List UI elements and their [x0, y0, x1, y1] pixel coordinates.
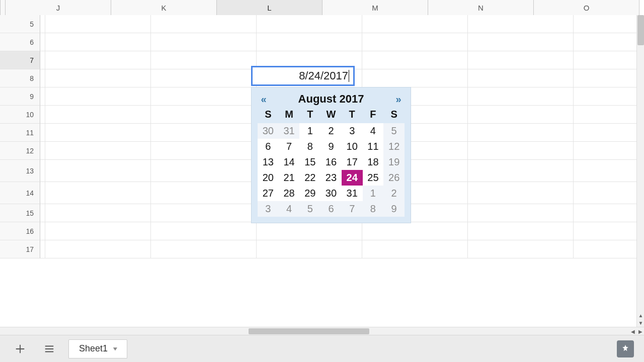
cell-J8[interactable] — [45, 69, 151, 87]
row-header-13[interactable]: 13 — [0, 160, 40, 182]
cell-J7[interactable] — [45, 51, 151, 69]
cell-L6[interactable] — [257, 33, 362, 51]
day-cell[interactable]: 28 — [279, 186, 300, 201]
day-cell[interactable]: 23 — [320, 170, 342, 186]
day-cell[interactable]: 9 — [320, 139, 342, 154]
day-cell[interactable]: 25 — [363, 170, 384, 186]
cell-K5[interactable] — [151, 15, 257, 33]
cell-partial[interactable] — [40, 182, 45, 204]
cell-partial[interactable] — [40, 222, 45, 240]
cell-N6[interactable] — [468, 33, 574, 51]
column-header-O[interactable]: O — [534, 0, 639, 15]
day-cell[interactable]: 3 — [342, 123, 363, 139]
add-sheet-button[interactable] — [10, 339, 30, 359]
sheet-tab-menu-icon[interactable]: ▼ — [112, 346, 119, 351]
day-cell[interactable]: 31 — [279, 123, 300, 139]
cell-N12[interactable] — [468, 142, 574, 160]
cell-partial[interactable] — [40, 15, 45, 33]
day-cell[interactable]: 1 — [299, 123, 320, 139]
row-header-11[interactable]: 11 — [0, 124, 40, 142]
row-header-16[interactable]: 16 — [0, 222, 40, 240]
cell-J14[interactable] — [45, 182, 151, 204]
scroll-left-icon[interactable]: ◀ — [629, 327, 636, 335]
vertical-scrollbar[interactable]: ▲ ▼ — [636, 15, 644, 327]
cell-J9[interactable] — [45, 87, 151, 106]
day-cell[interactable]: 13 — [258, 154, 279, 170]
day-cell[interactable]: 18 — [363, 154, 384, 170]
column-header-K[interactable]: K — [111, 0, 217, 15]
cell-L17[interactable] — [257, 240, 362, 258]
cell-K17[interactable] — [151, 240, 257, 258]
column-header-partial[interactable] — [1, 0, 6, 15]
sheet-tab[interactable]: Sheet1 ▼ — [68, 339, 127, 358]
cell-M8[interactable] — [362, 69, 468, 87]
day-cell[interactable]: 19 — [383, 154, 405, 170]
day-cell[interactable]: 14 — [279, 154, 300, 170]
cell-L5[interactable] — [257, 15, 362, 33]
cell-N11[interactable] — [468, 124, 574, 142]
prev-month-button[interactable]: « — [258, 94, 270, 105]
row-header-5[interactable]: 5 — [0, 15, 40, 33]
cell-O9[interactable] — [574, 87, 636, 106]
horizontal-scrollbar[interactable] — [0, 327, 636, 335]
day-cell[interactable]: 21 — [279, 170, 300, 186]
day-cell[interactable]: 6 — [258, 139, 279, 154]
day-cell[interactable]: 17 — [342, 154, 363, 170]
day-cell[interactable]: 11 — [363, 139, 384, 154]
day-cell[interactable]: 16 — [320, 154, 342, 170]
day-cell[interactable]: 4 — [363, 123, 384, 139]
cell-editor[interactable]: 8/24/2017 — [251, 66, 355, 86]
row-header-7[interactable]: 7 — [0, 51, 40, 69]
cell-O15[interactable] — [574, 204, 636, 222]
cell-J13[interactable] — [45, 160, 151, 182]
day-cell[interactable]: 7 — [279, 139, 300, 154]
cell-M5[interactable] — [362, 15, 468, 33]
day-cell[interactable]: 20 — [258, 170, 279, 186]
cell-M7[interactable] — [362, 51, 468, 69]
scroll-up-icon[interactable]: ▲ — [637, 312, 644, 319]
day-cell[interactable]: 27 — [258, 186, 279, 201]
all-sheets-button[interactable] — [39, 339, 59, 359]
day-cell[interactable]: 2 — [383, 186, 405, 201]
day-cell[interactable]: 6 — [320, 201, 342, 217]
day-cell[interactable]: 12 — [383, 139, 405, 154]
cell-partial[interactable] — [40, 240, 45, 258]
horizontal-scroll-thumb[interactable] — [249, 328, 369, 334]
day-cell[interactable]: 4 — [279, 201, 300, 217]
cell-J15[interactable] — [45, 204, 151, 222]
cell-O8[interactable] — [574, 69, 636, 87]
cell-K6[interactable] — [151, 33, 257, 51]
day-cell[interactable]: 29 — [299, 186, 320, 201]
cell-N13[interactable] — [468, 160, 574, 182]
cell-O11[interactable] — [574, 124, 636, 142]
day-cell[interactable]: 22 — [299, 170, 320, 186]
row-header-10[interactable]: 10 — [0, 106, 40, 124]
day-cell[interactable]: 26 — [383, 170, 405, 186]
cell-K14[interactable] — [151, 182, 257, 204]
day-cell[interactable]: 8 — [363, 201, 384, 217]
cell-O6[interactable] — [574, 33, 636, 51]
cell-M6[interactable] — [362, 33, 468, 51]
column-header-J[interactable]: J — [6, 0, 111, 15]
cell-partial[interactable] — [40, 124, 45, 142]
cell-K12[interactable] — [151, 142, 257, 160]
day-cell[interactable]: 5 — [383, 123, 405, 139]
cell-partial[interactable] — [40, 69, 45, 87]
cell-K11[interactable] — [151, 124, 257, 142]
row-header-17[interactable]: 17 — [0, 240, 40, 258]
row-header-12[interactable]: 12 — [0, 142, 40, 160]
cell-N8[interactable] — [468, 69, 574, 87]
cell-K8[interactable] — [151, 69, 257, 87]
day-cell[interactable]: 15 — [299, 154, 320, 170]
cell-partial[interactable] — [40, 142, 45, 160]
column-header-L[interactable]: L — [217, 0, 323, 15]
cell-M17[interactable] — [362, 240, 468, 258]
scroll-right-icon[interactable]: ▶ — [636, 327, 644, 335]
cell-K13[interactable] — [151, 160, 257, 182]
cell-M16[interactable] — [362, 222, 468, 240]
cell-partial[interactable] — [40, 160, 45, 182]
next-month-button[interactable]: » — [392, 94, 405, 105]
day-cell[interactable]: 10 — [342, 139, 363, 154]
row-header-8[interactable]: 8 — [0, 69, 40, 87]
cell-O16[interactable] — [574, 222, 636, 240]
